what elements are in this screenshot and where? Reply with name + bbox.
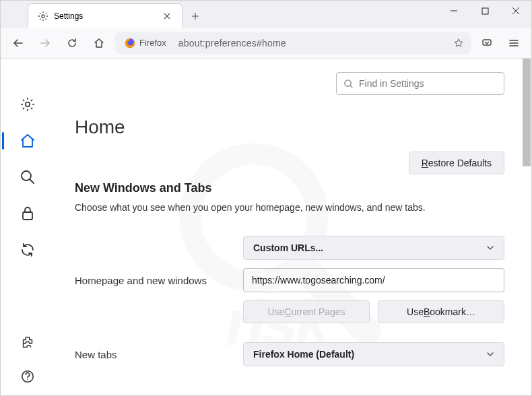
content-area: risk .com bbox=[1, 59, 531, 395]
minimize-button[interactable] bbox=[438, 1, 469, 21]
svg-rect-1 bbox=[482, 8, 488, 14]
pocket-button[interactable] bbox=[476, 32, 498, 54]
chevron-down-icon bbox=[486, 244, 494, 252]
tab-title: Settings bbox=[54, 11, 156, 21]
toolbar: Firefox about:preferences#home bbox=[1, 28, 531, 59]
forward-button[interactable] bbox=[34, 32, 56, 54]
tab-strip: Settings bbox=[1, 1, 531, 28]
use-bookmark-button[interactable]: Use Bookmark… bbox=[378, 300, 504, 323]
newtabs-select[interactable]: Firefox Home (Default) bbox=[243, 342, 504, 366]
select-value: Custom URLs... bbox=[253, 242, 323, 253]
home-button[interactable] bbox=[88, 32, 110, 54]
section-description: Choose what you see when you open your h… bbox=[75, 202, 504, 213]
maximize-button[interactable] bbox=[469, 1, 500, 21]
browser-tab[interactable]: Settings bbox=[28, 3, 182, 28]
sidebar-privacy[interactable] bbox=[15, 201, 40, 226]
chevron-down-icon bbox=[486, 350, 494, 358]
homepage-url-input[interactable]: https://www.togosearching.com/ bbox=[243, 268, 504, 292]
restore-defaults-button[interactable]: Restore Defaults bbox=[409, 152, 504, 174]
page-title: Home bbox=[75, 117, 504, 138]
browser-window: Settings bbox=[0, 0, 532, 396]
homepage-field-label: Homepage and new windows bbox=[75, 275, 230, 286]
url-text: about:preferences#home bbox=[178, 38, 446, 48]
menu-button[interactable] bbox=[503, 32, 525, 54]
search-icon bbox=[343, 79, 354, 89]
sidebar-search[interactable] bbox=[15, 165, 40, 189]
sidebar-home[interactable] bbox=[15, 129, 40, 153]
address-bar[interactable]: Firefox about:preferences#home bbox=[115, 32, 471, 54]
identity-label: Firefox bbox=[139, 38, 166, 48]
svg-rect-10 bbox=[23, 212, 32, 220]
reload-button[interactable] bbox=[61, 32, 83, 54]
find-in-settings-input[interactable]: Find in Settings bbox=[336, 72, 504, 95]
settings-sidebar bbox=[1, 59, 55, 395]
section-heading: New Windows and Tabs bbox=[75, 181, 504, 195]
close-window-button[interactable] bbox=[500, 1, 531, 21]
svg-point-8 bbox=[26, 102, 30, 106]
newtabs-label: New tabs bbox=[75, 349, 230, 360]
tab-close-button[interactable] bbox=[162, 11, 172, 22]
identity-badge[interactable]: Firefox bbox=[122, 36, 172, 51]
svg-rect-3 bbox=[483, 40, 491, 45]
window-controls bbox=[438, 1, 531, 21]
gear-icon bbox=[38, 11, 48, 22]
settings-main: Find in Settings Home Restore Defaults N… bbox=[55, 59, 531, 395]
back-button[interactable] bbox=[7, 32, 29, 54]
svg-point-0 bbox=[42, 15, 44, 18]
bookmark-star-icon[interactable] bbox=[453, 38, 464, 48]
firefox-icon bbox=[125, 38, 135, 48]
new-tab-button[interactable] bbox=[185, 6, 205, 26]
sidebar-extensions[interactable] bbox=[15, 331, 40, 355]
homepage-url-value: https://www.togosearching.com/ bbox=[252, 275, 385, 286]
search-placeholder: Find in Settings bbox=[359, 78, 424, 89]
use-current-pages-button[interactable]: Use Current Pages bbox=[243, 300, 370, 323]
homepage-mode-select[interactable]: Custom URLs... bbox=[243, 236, 504, 260]
sidebar-general[interactable] bbox=[15, 92, 40, 117]
select-value: Firefox Home (Default) bbox=[253, 349, 354, 360]
sidebar-help[interactable] bbox=[15, 364, 40, 389]
sidebar-sync[interactable] bbox=[15, 238, 40, 262]
